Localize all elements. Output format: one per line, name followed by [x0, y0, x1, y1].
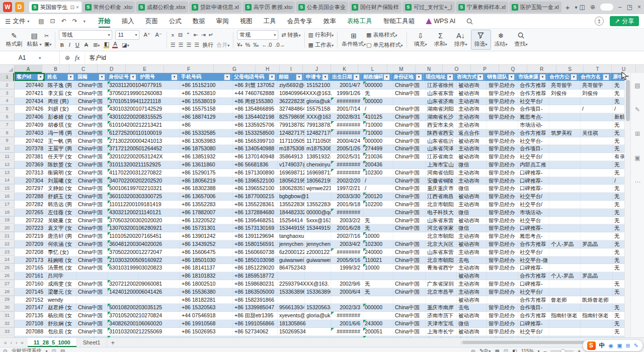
grid-cell[interactable]: 181305866 — [278, 320, 305, 327]
close-tab-icon[interactable]: × — [76, 5, 79, 10]
grid-cell[interactable]: +44 07546918 — [180, 312, 233, 319]
grid-cell[interactable] — [613, 296, 625, 304]
grid-cell[interactable]: China中国 — [76, 256, 108, 264]
grid-cell[interactable] — [581, 264, 613, 272]
grid-cell[interactable]: 河北省张家 — [426, 224, 457, 232]
row-number[interactable]: 13 — [0, 169, 15, 177]
grid-cell[interactable]: +86 周煜155380 — [233, 98, 278, 105]
grid-cell[interactable]: tanghaoxu — [278, 232, 305, 240]
grid-cell[interactable]: +86 15332585 — [180, 129, 233, 137]
find-button[interactable]: 查找▾ — [511, 30, 531, 50]
grid-cell[interactable]: jennychen — [305, 240, 331, 248]
grid-cell[interactable]: +86 18182281 — [180, 296, 233, 304]
header-cell-I[interactable]: 申请专用▾ — [304, 73, 330, 81]
grid-cell[interactable]: China中国 — [76, 232, 108, 240]
row-number[interactable]: 28 — [0, 288, 15, 296]
ime-mode-label[interactable]: 中 — [599, 341, 605, 350]
grid-cell[interactable]: China中国 — [393, 209, 426, 216]
grid-cell[interactable]: 110021 — [363, 256, 393, 264]
filter-button[interactable]: 筛选▾ — [471, 30, 491, 50]
grid-cell[interactable] — [363, 209, 393, 216]
grid-cell[interactable]: 凯烁曾老师 — [581, 296, 613, 304]
format-painter-button[interactable]: ✎ 格式刷 — [4, 30, 24, 50]
fill-color-button[interactable]: ◧ — [104, 41, 109, 48]
grid-cell[interactable] — [581, 217, 613, 224]
grid-cell[interactable]: 无 — [613, 240, 625, 248]
grid-cell[interactable]: 杨欣雨 (女 — [46, 312, 76, 319]
grid-cell[interactable]: 北京市朝阳 — [426, 201, 457, 208]
ime-mic-icon[interactable]: ◉ — [609, 342, 614, 349]
grid-cell[interactable]: +86 — [180, 121, 233, 129]
grid-cell[interactable] — [305, 296, 331, 304]
wps-logo-icon[interactable]: W — [3, 2, 12, 12]
grid-cell[interactable] — [549, 201, 581, 208]
grid-cell[interactable] — [549, 153, 581, 160]
grid-cell[interactable]: XXX@163.c — [305, 113, 331, 121]
grid-cell[interactable]: / — [613, 177, 625, 185]
grid-cell[interactable] — [549, 193, 581, 200]
grid-cell[interactable]: 956613934 — [278, 304, 305, 311]
row-number[interactable]: 25 — [0, 264, 15, 272]
grid-cell[interactable]: xyevents@ — [278, 312, 305, 319]
grid-cell[interactable]: 主动咨询 — [457, 201, 487, 208]
grid-cell[interactable]: China中国 — [393, 145, 426, 152]
grid-cell[interactable]: 个人-罗晶 — [549, 240, 581, 248]
grid-cell[interactable] — [581, 169, 613, 177]
grid-cell[interactable]: China中国 — [76, 209, 108, 216]
grid-cell[interactable]: +86 1850103098 — [233, 256, 278, 264]
grid-cell[interactable]: 留学总经办 — [487, 169, 518, 177]
filter-dropdown-icon[interactable]: ▾ — [171, 74, 178, 80]
grid-cell[interactable]: 207282 — [15, 201, 46, 208]
header-cell-O[interactable]: 销售团队▾ — [485, 73, 516, 81]
grid-cell[interactable]: 新航道 — [613, 113, 625, 121]
grid-cell[interactable]: +86 17882007 — [180, 209, 233, 216]
grid-cell[interactable] — [581, 121, 613, 129]
grid-cell[interactable]: China中国 — [76, 105, 108, 113]
grid-cell[interactable]: 吴佳祺 — [581, 129, 613, 137]
grid-cell[interactable] — [581, 137, 613, 145]
grid-cell[interactable]: 雅思考点- — [518, 336, 549, 338]
menu-item-审阅[interactable]: 审阅 — [211, 14, 234, 28]
grid-cell[interactable] — [581, 185, 613, 192]
grid-cell[interactable]: 200120 — [363, 193, 393, 200]
grid-cell[interactable]: China中国 — [393, 90, 426, 97]
grid-cell[interactable]: 曾老师 — [549, 296, 581, 304]
column-letter-J[interactable]: J — [303, 65, 331, 73]
grid-cell[interactable] — [549, 304, 581, 311]
grid-cell[interactable] — [76, 272, 108, 280]
grid-cell[interactable]: 207381 — [15, 153, 46, 160]
grid-cell[interactable]: 无 — [613, 256, 625, 264]
grid-cell[interactable] — [305, 320, 331, 327]
grid-cell[interactable]: 主动咨询 — [457, 248, 487, 256]
grid-cell[interactable] — [581, 113, 613, 121]
file-tab[interactable]: S国任财产保险样本.xlsx — [349, 2, 401, 13]
grid-cell[interactable]: 无 — [613, 129, 625, 137]
row-number[interactable]: 3 — [0, 90, 15, 97]
grid-cell[interactable]: 2002/8/31 — [331, 113, 363, 121]
column-letter-I[interactable]: I — [280, 65, 303, 73]
grid-cell[interactable]: 2002/3/3 — [331, 304, 363, 311]
grid-cell[interactable]: 153449155 — [305, 224, 331, 232]
grid-cell[interactable]: China中国 — [393, 129, 426, 137]
fill-button[interactable]: ⇩ 填充▾ — [411, 30, 431, 50]
row-number[interactable]: 31 — [0, 312, 15, 319]
rows-cols-button[interactable]: ▥ 行和列▾ — [308, 31, 334, 39]
copy-icon[interactable]: ▣▾ — [44, 41, 51, 47]
grid-cell[interactable]: +86 52734062 — [233, 328, 278, 335]
header-cell-E[interactable]: 护照号▾ — [138, 73, 179, 81]
grid-cell[interactable]: 北京市朝阳 — [426, 256, 457, 264]
grid-cell[interactable]: 207304 — [15, 177, 46, 185]
grid-cell[interactable]: +86 15606475 — [180, 248, 233, 256]
tab-list-caret-icon[interactable]: ▾ — [573, 5, 580, 10]
grid-cell[interactable]: 243000 — [363, 320, 393, 327]
wrap-icon[interactable]: ↵ — [209, 32, 213, 38]
grid-cell[interactable]: 2003/3/30 — [331, 193, 363, 200]
grid-cell[interactable]: 1999/3/2 — [331, 264, 363, 272]
grid-cell[interactable]: 社交平台/ — [518, 153, 549, 160]
header-cell-C[interactable]: 国籍▾ — [75, 73, 107, 81]
grid-cell[interactable]: 口碑推荐- — [518, 320, 549, 327]
grid-cell[interactable]: 吕同学 — [46, 272, 76, 280]
search-button[interactable] — [461, 14, 478, 28]
grid-cell[interactable]: 江苏省南京 — [426, 153, 457, 160]
row-number[interactable]: 9 — [0, 137, 15, 145]
